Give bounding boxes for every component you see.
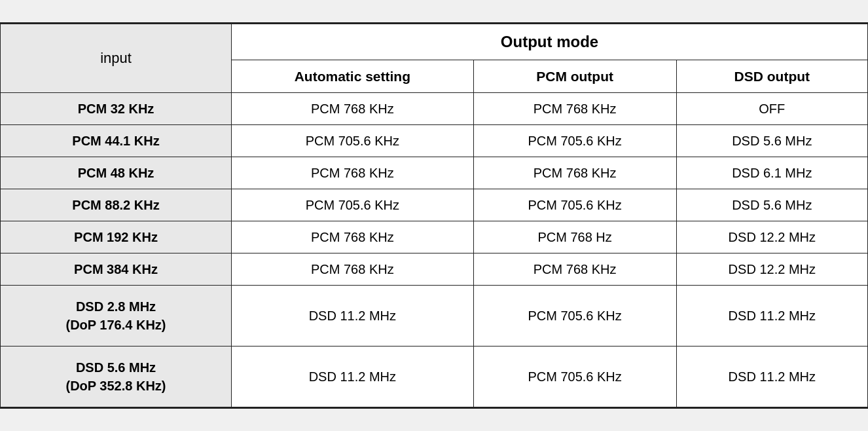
pcm-value: PCM 768 KHz — [473, 92, 676, 124]
auto-setting-header: Automatic setting — [232, 60, 474, 92]
input-label: PCM 48 KHz — [1, 157, 232, 189]
pcm-value: PCM 705.6 KHz — [473, 189, 676, 221]
pcm-value: PCM 705.6 KHz — [473, 285, 676, 346]
pcm-output-header: PCM output — [473, 60, 676, 92]
auto-value: PCM 768 KHz — [232, 221, 474, 253]
auto-value: DSD 11.2 MHz — [232, 346, 474, 407]
output-mode-table: input Output mode Automatic setting PCM … — [0, 24, 868, 407]
input-label: DSD 5.6 MHz (DoP 352.8 KHz) — [1, 346, 232, 407]
input-header: input — [1, 24, 232, 93]
input-label: PCM 88.2 KHz — [1, 189, 232, 221]
dsd-value: DSD 12.2 MHz — [676, 253, 867, 285]
auto-value: DSD 11.2 MHz — [232, 285, 474, 346]
auto-value: PCM 768 KHz — [232, 253, 474, 285]
input-label: PCM 384 KHz — [1, 253, 232, 285]
dsd-output-header: DSD output — [676, 60, 867, 92]
pcm-value: PCM 768 KHz — [473, 253, 676, 285]
auto-value: PCM 705.6 KHz — [232, 124, 474, 157]
auto-value: PCM 768 KHz — [232, 157, 474, 189]
output-mode-header: Output mode — [232, 24, 868, 60]
dsd-value: DSD 5.6 MHz — [676, 189, 867, 221]
input-label: PCM 44.1 KHz — [1, 124, 232, 157]
pcm-value: PCM 705.6 KHz — [473, 346, 676, 407]
auto-value: PCM 768 KHz — [232, 92, 474, 124]
pcm-value: PCM 768 KHz — [473, 157, 676, 189]
pcm-value: PCM 705.6 KHz — [473, 124, 676, 157]
input-label: PCM 192 KHz — [1, 221, 232, 253]
dsd-value: DSD 11.2 MHz — [676, 346, 867, 407]
dsd-value: DSD 12.2 MHz — [676, 221, 867, 253]
pcm-value: PCM 768 Hz — [473, 221, 676, 253]
dsd-value: DSD 11.2 MHz — [676, 285, 867, 346]
main-table-container: input Output mode Automatic setting PCM … — [0, 22, 868, 409]
dsd-value: OFF — [676, 92, 867, 124]
dsd-value: DSD 6.1 MHz — [676, 157, 867, 189]
input-label: PCM 32 KHz — [1, 92, 232, 124]
dsd-value: DSD 5.6 MHz — [676, 124, 867, 157]
auto-value: PCM 705.6 KHz — [232, 189, 474, 221]
input-label: DSD 2.8 MHz (DoP 176.4 KHz) — [1, 285, 232, 346]
